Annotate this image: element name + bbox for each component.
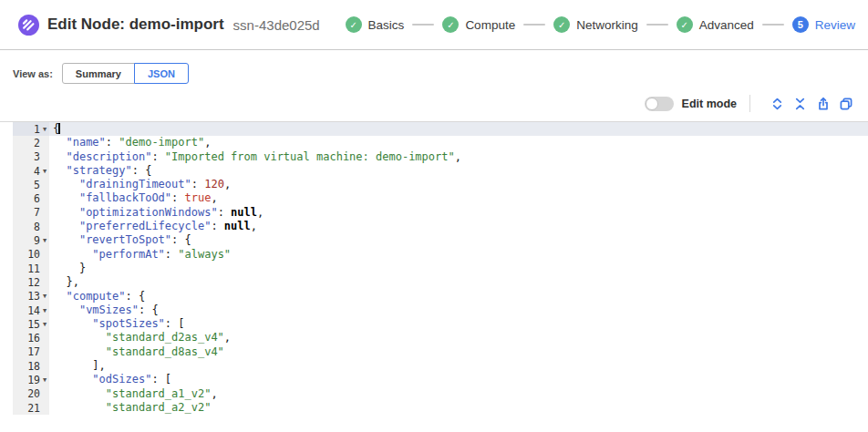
code-line[interactable]: "spotSizes": [: [49, 317, 868, 331]
gutter-line: 6: [13, 191, 49, 205]
gutter-line: 17: [13, 345, 49, 359]
code-line[interactable]: "performAt": "always": [49, 248, 868, 262]
line-number: 9: [34, 234, 40, 247]
code-line[interactable]: "preferredLifecycle": null,: [49, 220, 868, 233]
step-advanced[interactable]: ✓Advanced: [677, 16, 754, 33]
gutter-line: 11: [13, 262, 49, 275]
fold-caret-icon[interactable]: ▼: [40, 376, 49, 384]
line-number: 4: [34, 165, 40, 178]
code-line[interactable]: ],: [49, 359, 868, 373]
code-line[interactable]: "revertToSpot": {: [49, 233, 868, 247]
line-number: 18: [27, 360, 40, 373]
line-number: 8: [34, 221, 40, 233]
gutter-line: 18: [13, 359, 49, 373]
step-basics[interactable]: ✓Basics: [346, 16, 405, 33]
line-number: 15: [27, 318, 40, 331]
copy-icon[interactable]: [838, 96, 853, 111]
step-review[interactable]: 5Review: [792, 16, 855, 33]
code-line[interactable]: "strategy": {: [49, 164, 868, 178]
code-line[interactable]: "odSizes": [: [49, 373, 868, 386]
code-line[interactable]: }: [49, 262, 868, 275]
gutter-line: 20: [13, 387, 49, 401]
line-number: 7: [34, 206, 40, 219]
line-number: 11: [27, 262, 40, 275]
gutter-line: 16: [13, 331, 49, 345]
step-check-icon: ✓: [677, 16, 693, 33]
edit-mode-label: Edit mode: [682, 98, 737, 110]
view-as-label: View as:: [13, 68, 53, 79]
step-compute[interactable]: ✓Compute: [442, 16, 515, 33]
code-line[interactable]: },: [49, 275, 868, 289]
line-number: 3: [34, 150, 40, 163]
text-cursor: [58, 123, 60, 134]
code-line[interactable]: "optimizationWindows": null,: [49, 206, 868, 220]
view-as-summary-button[interactable]: Summary: [62, 63, 135, 84]
line-number: 13: [27, 290, 40, 303]
gutter-line: 10: [13, 248, 49, 262]
edit-mode-toggle[interactable]: [645, 97, 674, 111]
step-connector: [646, 24, 668, 26]
gutter-line: 12: [13, 275, 49, 289]
toggle-knob: [646, 98, 658, 110]
gutter-line: 15▼: [13, 317, 49, 331]
fold-caret-icon[interactable]: ▼: [40, 168, 49, 175]
toolbar-divider: [749, 95, 750, 112]
gutter-line: 7: [13, 206, 49, 220]
fold-caret-icon[interactable]: ▼: [40, 293, 49, 300]
json-editor[interactable]: 1▼234▼56789▼10111213▼14▼15▼16171819▼2021…: [0, 121, 868, 415]
view-as-json-button[interactable]: JSON: [134, 63, 189, 84]
line-number: 20: [27, 387, 40, 400]
line-number: 2: [34, 137, 40, 149]
wizard-stepper: ✓Basics✓Compute✓Networking✓Advanced5Revi…: [346, 16, 855, 33]
gutter-line: 14▼: [13, 303, 49, 317]
fold-caret-icon[interactable]: ▼: [40, 126, 49, 133]
line-number: 10: [27, 248, 40, 261]
line-number: 21: [27, 402, 40, 415]
code-line[interactable]: "drainingTimeout": 120,: [49, 178, 868, 191]
page-title: Edit Node: demo-import: [47, 15, 224, 34]
step-networking[interactable]: ✓Networking: [553, 16, 638, 33]
line-number: 6: [34, 192, 40, 205]
step-connector: [762, 24, 784, 26]
gutter-line: 2: [13, 136, 49, 149]
line-number: 17: [27, 345, 40, 358]
gutter-line: 19▼: [13, 373, 49, 386]
code-line[interactable]: "standard_d8as_v4": [49, 345, 868, 359]
step-label: Networking: [576, 18, 638, 32]
code-line[interactable]: "name": "demo-import",: [49, 136, 868, 149]
code-line[interactable]: "description": "Imported from virtual ma…: [49, 150, 868, 164]
code-line[interactable]: "standard_a2_v2": [49, 401, 868, 415]
line-number: 14: [27, 304, 40, 317]
line-number: 1: [34, 123, 40, 136]
line-number: 5: [34, 179, 40, 191]
gutter-line: 13▼: [13, 290, 49, 303]
editor-toolbar: Edit mode: [0, 87, 868, 121]
code-line[interactable]: "fallbackToOd": true,: [49, 191, 868, 205]
fold-caret-icon[interactable]: ▼: [40, 237, 49, 244]
gutter-line: 8: [13, 220, 49, 233]
line-number: 16: [27, 332, 40, 345]
gutter-line: 4▼: [13, 164, 49, 178]
step-number-badge: 5: [792, 16, 809, 33]
fold-caret-icon[interactable]: ▼: [40, 307, 49, 314]
gutter-line: 1▼: [13, 122, 49, 136]
gutter-line: 3: [13, 150, 49, 164]
code-line[interactable]: "standard_d2as_v4",: [49, 331, 868, 345]
editor-code-area[interactable]: { "name": "demo-import", "description": …: [49, 122, 868, 415]
gutter-line: 5: [13, 178, 49, 191]
editor-gutter: 1▼234▼56789▼10111213▼14▼15▼16171819▼2021: [13, 122, 49, 415]
expand-all-icon[interactable]: [770, 96, 785, 111]
step-check-icon: ✓: [442, 16, 459, 33]
step-check-icon: ✓: [553, 16, 570, 33]
view-as-row: View as: Summary JSON: [0, 50, 868, 87]
line-number: 12: [27, 276, 40, 289]
export-icon[interactable]: [815, 96, 831, 111]
node-id: ssn-43de025d: [233, 17, 320, 33]
step-label: Compute: [465, 18, 515, 32]
code-line[interactable]: "vmSizes": {: [49, 303, 868, 317]
fold-caret-icon[interactable]: ▼: [40, 321, 49, 328]
code-line[interactable]: "standard_a1_v2",: [49, 387, 868, 401]
collapse-all-icon[interactable]: [792, 96, 808, 111]
code-line[interactable]: "compute": {: [49, 290, 868, 303]
code-line[interactable]: {: [49, 122, 868, 136]
